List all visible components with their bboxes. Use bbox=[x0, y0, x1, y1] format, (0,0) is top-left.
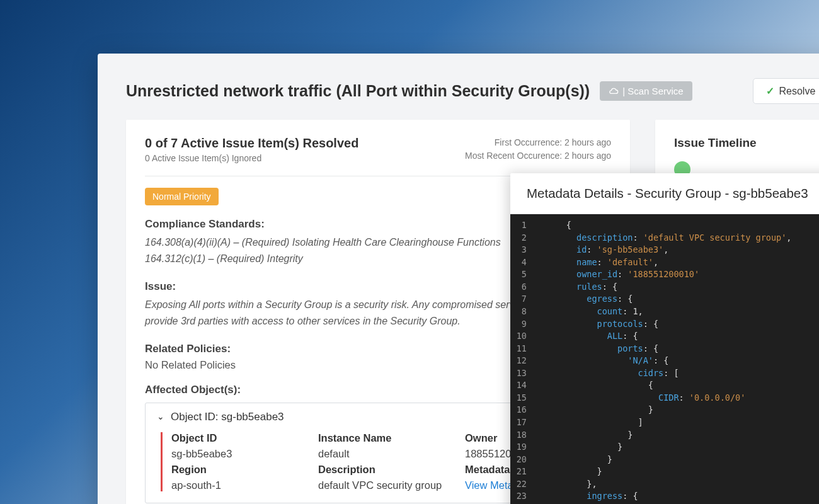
line-content: protocols: { bbox=[536, 318, 658, 331]
line-number: 14 bbox=[510, 379, 536, 392]
value-object-id: sg-bb5eabe3 bbox=[171, 448, 306, 460]
line-number: 15 bbox=[510, 392, 536, 404]
code-line: 6 rules: { bbox=[510, 281, 819, 294]
line-number: 4 bbox=[510, 256, 536, 269]
line-content: { bbox=[536, 379, 653, 392]
code-line: 1 { bbox=[510, 219, 819, 232]
label-instance-name: Instance Name bbox=[318, 432, 452, 444]
line-content: owner_id: '188551200010' bbox=[536, 268, 699, 281]
recent-occurrence: Most Recent Occurence: 2 hours ago bbox=[465, 149, 611, 163]
line-content: ALL: { bbox=[536, 330, 638, 343]
line-number: 18 bbox=[510, 429, 536, 442]
line-number: 9 bbox=[510, 318, 536, 331]
page-title: Unrestricted network traffic (All Port w… bbox=[126, 82, 590, 100]
priority-badge: Normal Priority bbox=[145, 188, 219, 205]
value-instance-name: default bbox=[318, 448, 452, 460]
line-number: 2 bbox=[510, 232, 536, 244]
line-content: } bbox=[536, 441, 622, 454]
chevron-down-icon: ⌄ bbox=[157, 411, 164, 421]
check-icon: ✓ bbox=[766, 85, 774, 97]
metadata-details-panel: Metadata Details - Security Group - sg-b… bbox=[510, 173, 819, 504]
code-line: 20 } bbox=[510, 454, 819, 466]
line-number: 7 bbox=[510, 293, 536, 306]
code-line: 19 } bbox=[510, 441, 819, 454]
line-number: 22 bbox=[510, 478, 536, 491]
line-number: 5 bbox=[510, 268, 536, 281]
line-content: rules: { bbox=[536, 281, 617, 294]
line-content: } bbox=[536, 466, 602, 478]
code-line: 14 { bbox=[510, 379, 819, 392]
line-number: 23 bbox=[510, 490, 536, 503]
code-line: 10 ALL: { bbox=[510, 330, 819, 343]
code-line: 11 ports: { bbox=[510, 343, 819, 355]
line-number: 16 bbox=[510, 404, 536, 416]
line-number: 20 bbox=[510, 454, 536, 466]
label-region: Region bbox=[171, 464, 306, 476]
code-line: 23 ingress: { bbox=[510, 490, 819, 503]
page-header: Unrestricted network traffic (All Port w… bbox=[98, 54, 819, 120]
code-line: 16 } bbox=[510, 404, 819, 416]
line-content: ] bbox=[536, 416, 643, 429]
line-number: 21 bbox=[510, 466, 536, 478]
scan-service-label: | Scan Service bbox=[622, 86, 683, 96]
code-line: 3 id: 'sg-bb5eabe3', bbox=[510, 244, 819, 256]
line-number: 8 bbox=[510, 306, 536, 318]
line-content: ingress: { bbox=[536, 490, 638, 503]
code-line: 13 cidrs: [ bbox=[510, 367, 819, 380]
ignored-count-sub: 0 Active Issue Item(s) Ignored bbox=[145, 153, 358, 163]
label-object-id: Object ID bbox=[171, 432, 306, 444]
code-line: 15 CIDR: '0.0.0.0/0' bbox=[510, 392, 819, 404]
line-content: { bbox=[536, 219, 571, 232]
resolve-issue-label: Resolve Issue bbox=[779, 86, 820, 97]
code-line: 8 count: 1, bbox=[510, 306, 819, 318]
code-line: 22 }, bbox=[510, 478, 819, 491]
line-number: 10 bbox=[510, 330, 536, 343]
line-number: 12 bbox=[510, 355, 536, 367]
line-content: ports: { bbox=[536, 343, 658, 355]
line-content: id: 'sg-bb5eabe3', bbox=[536, 244, 668, 256]
line-content: name: 'default', bbox=[536, 256, 658, 269]
code-line: 2 description: 'default VPC security gro… bbox=[510, 232, 819, 244]
line-content: }, bbox=[536, 478, 597, 491]
code-line: 17 ] bbox=[510, 416, 819, 429]
resolved-count-title: 0 of 7 Active Issue Item(s) Resolved bbox=[145, 136, 358, 151]
line-number: 3 bbox=[510, 244, 536, 256]
line-content: 'N/A': { bbox=[536, 355, 668, 367]
issue-timeline-title: Issue Timeline bbox=[674, 136, 819, 150]
line-number: 6 bbox=[510, 281, 536, 294]
code-line: 18 } bbox=[510, 429, 819, 442]
line-content: } bbox=[536, 454, 612, 466]
label-description: Description bbox=[318, 464, 452, 476]
line-number: 13 bbox=[510, 367, 536, 380]
value-description: default VPC security group bbox=[318, 479, 452, 491]
line-number: 17 bbox=[510, 416, 536, 429]
metadata-panel-title: Metadata Details - Security Group - sg-b… bbox=[510, 173, 819, 214]
occurrence-block: First Occurrence: 2 hours ago Most Recen… bbox=[465, 136, 611, 163]
line-number: 19 bbox=[510, 441, 536, 454]
line-number: 11 bbox=[510, 343, 536, 355]
code-line: 5 owner_id: '188551200010' bbox=[510, 268, 819, 281]
first-occurrence: First Occurrence: 2 hours ago bbox=[465, 136, 611, 149]
line-content: cidrs: [ bbox=[536, 367, 679, 380]
line-content: egress: { bbox=[536, 293, 633, 306]
line-number: 1 bbox=[510, 219, 536, 232]
value-region: ap-south-1 bbox=[171, 479, 306, 491]
line-content: } bbox=[536, 404, 653, 416]
line-content: count: 1, bbox=[536, 306, 643, 318]
resolve-issue-button[interactable]: ✓ Resolve Issue bbox=[753, 78, 820, 104]
code-line: 21 } bbox=[510, 466, 819, 478]
scan-service-badge[interactable]: | Scan Service bbox=[600, 81, 692, 101]
object-header-label: Object ID: sg-bb5eabe3 bbox=[171, 411, 284, 423]
metadata-code-viewer[interactable]: 1 {2 description: 'default VPC security … bbox=[510, 214, 819, 504]
line-content: description: 'default VPC security group… bbox=[536, 232, 791, 244]
code-line: 12 'N/A': { bbox=[510, 355, 819, 367]
line-content: } bbox=[536, 429, 633, 442]
code-line: 9 protocols: { bbox=[510, 318, 819, 331]
line-content: CIDR: '0.0.0.0/0' bbox=[536, 392, 745, 404]
code-line: 4 name: 'default', bbox=[510, 256, 819, 269]
cloud-icon bbox=[609, 88, 619, 95]
code-line: 7 egress: { bbox=[510, 293, 819, 306]
